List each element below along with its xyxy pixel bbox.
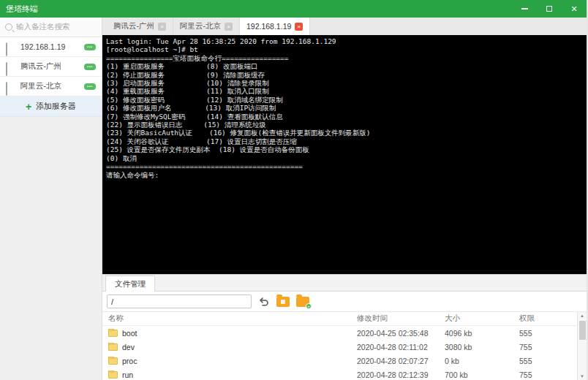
folder-icon <box>108 343 118 351</box>
folder-icon <box>108 330 118 337</box>
folder-icon <box>108 357 118 365</box>
server-more-menu-icon[interactable]: ••• <box>84 64 96 70</box>
terminal-line: [root@localhost ~]# bt <box>106 45 583 53</box>
terminal-line: (6) 修改面板用户名 (13) 取消IP访问限制 <box>106 104 583 112</box>
titlebar: 堡塔终端 ✕ <box>0 0 587 18</box>
column-header-time[interactable]: 修改时间 <box>357 314 445 324</box>
scroll-up-icon[interactable]: ▲ <box>580 313 584 319</box>
minimize-button[interactable] <box>512 0 537 18</box>
server-label: 阿里云-北京 <box>20 81 79 91</box>
path-input[interactable] <box>107 294 252 308</box>
close-icon: ✕ <box>570 4 577 14</box>
tab-aliyun-beijing[interactable]: 阿里云-北京 × <box>173 18 240 35</box>
tab-tencent-guangzhou[interactable]: 腾讯云-广州 × <box>107 18 173 35</box>
tab-close-icon[interactable]: × <box>158 23 166 31</box>
file-perm: 555 <box>519 329 577 338</box>
tab-label: 腾讯云-广州 <box>113 21 154 31</box>
monitor-icon <box>6 43 15 51</box>
server-label: 腾讯云-广州 <box>20 61 79 72</box>
terminal-line: (25) 设置是否保存文件历史副本 (18) 设置是否自动备份面板 <box>106 145 583 153</box>
search-placeholder: 输入备注名搜索 <box>16 22 70 32</box>
terminal-line: (23) 关闭BasicAuth认证 (16) 修复面板(检查错误并更新面板文件… <box>106 129 583 137</box>
close-button[interactable]: ✕ <box>562 0 587 18</box>
file-table-header: 名称 修改时间 大小 权限 <box>102 312 587 326</box>
table-row-boot[interactable]: boot 2020-04-25 02:35:48 4096 kb 555 <box>102 326 587 340</box>
undo-icon[interactable] <box>258 296 270 308</box>
plus-icon: + <box>26 102 31 112</box>
tab-label: 192.168.1.19 <box>246 22 291 31</box>
server-item-192-168-1-19[interactable]: 192.168.1.19 ••• <box>0 37 102 57</box>
server-label: 192.168.1.19 <box>20 42 79 51</box>
terminal-line: (4) 重载面板服务 (11) 取消入口限制 <box>106 87 583 95</box>
file-size: 0 kb <box>445 357 519 365</box>
file-manager-toolbar: + <box>102 292 587 311</box>
app-window: 堡塔终端 ✕ 输入备注名搜索 192.168.1.19 ••• 腾讯云-广州 •… <box>0 0 588 380</box>
new-folder-icon[interactable]: + <box>296 297 309 307</box>
maximize-icon <box>546 6 552 12</box>
open-folder-icon[interactable] <box>276 297 290 307</box>
tab-file-manager[interactable]: 文件管理 <box>105 276 155 292</box>
folder-icon <box>108 371 118 379</box>
terminal-line: ========================================… <box>106 162 583 170</box>
terminal-line: (3) 启动面板服务 (10) 清除登录限制 <box>106 79 583 87</box>
search-icon <box>5 23 12 31</box>
terminal-line: ================宝塔面板命令行================ <box>106 54 583 62</box>
maximize-button[interactable] <box>537 0 562 18</box>
server-more-menu-icon[interactable]: ••• <box>84 83 96 90</box>
session-tabstrip: 腾讯云-广州 × 阿里云-北京 × 192.168.1.19 × <box>102 18 587 35</box>
server-item-aliyun-beijing[interactable]: 阿里云-北京 ••• <box>0 77 102 96</box>
table-row-proc[interactable]: proc 2020-04-28 02:07:27 0 kb 555 <box>102 354 587 368</box>
server-item-tencent-guangzhou[interactable]: 腾讯云-广州 ••• <box>0 57 102 77</box>
terminal-line: (24) 关闭谷歌认证 (17) 设置日志切割是否压缩 <box>106 137 583 145</box>
tab-label: 阿里云-北京 <box>180 21 221 31</box>
add-server-label: 添加服务器 <box>36 101 76 112</box>
add-server-button[interactable]: + 添加服务器 <box>0 96 102 117</box>
file-name: dev <box>122 343 135 352</box>
sidebar-filler <box>0 117 102 380</box>
file-name: run <box>122 370 133 379</box>
table-row-run[interactable]: run 2020-04-28 02:12:39 700 kb 755 <box>102 368 587 380</box>
terminal-line: (0) 取消 <box>106 154 583 162</box>
window-controls: ✕ <box>512 0 587 18</box>
file-time: 2020-04-28 02:11:02 <box>357 343 445 352</box>
file-size: 700 kb <box>445 370 519 379</box>
search-bar[interactable]: 输入备注名搜索 <box>0 18 102 37</box>
terminal-line: (1) 重启面板服务 (8) 改面板端口 <box>106 62 583 70</box>
file-time: 2020-04-25 02:35:48 <box>357 329 445 338</box>
tab-192-168-1-19[interactable]: 192.168.1.19 × <box>240 18 310 35</box>
sidebar: 输入备注名搜索 192.168.1.19 ••• 腾讯云-广州 ••• 阿里云-… <box>0 18 102 380</box>
terminal-line: (7) 强制修改MySQL密码 (14) 查看面板默认信息 <box>106 113 583 121</box>
file-size: 4096 kb <box>445 329 519 338</box>
main-area: 腾讯云-广州 × 阿里云-北京 × 192.168.1.19 × Last lo… <box>102 18 587 380</box>
terminal-line: (22) 显示面板错误日志 (15) 清理系统垃圾 <box>106 121 583 129</box>
file-size: 3080 kb <box>445 343 519 352</box>
terminal-line: (2) 停止面板服务 (9) 清除面板缓存 <box>106 71 583 79</box>
file-name: proc <box>122 357 137 365</box>
terminal-line: Last login: Tue Apr 28 16:38:25 2020 fro… <box>106 37 583 45</box>
tab-close-icon[interactable]: × <box>295 23 303 31</box>
file-perm: 555 <box>519 357 577 365</box>
tab-close-icon[interactable]: × <box>225 23 233 31</box>
server-more-menu-icon[interactable]: ••• <box>84 44 96 50</box>
file-manager-panel: 文件管理 + 名称 修改时间 大小 权限 <box>102 274 587 380</box>
terminal-line: (5) 修改面板密码 (12) 取消域名绑定限制 <box>106 96 583 104</box>
table-scrollbar[interactable]: ▲ ▼ <box>577 312 587 380</box>
monitor-icon <box>6 63 15 71</box>
file-manager-tabstrip: 文件管理 <box>102 275 587 292</box>
file-perm: 755 <box>519 370 577 379</box>
monitor-icon <box>6 83 15 91</box>
column-header-size[interactable]: 大小 <box>445 314 519 324</box>
terminal-prompt-line: 请输入命令编号: <box>106 171 583 179</box>
scroll-thumb[interactable] <box>579 321 586 340</box>
terminal-output[interactable]: Last login: Tue Apr 28 16:38:25 2020 fro… <box>102 35 587 274</box>
column-header-perm[interactable]: 权限 <box>519 314 577 324</box>
window-title: 堡塔终端 <box>0 4 512 15</box>
file-name: boot <box>122 329 137 338</box>
minimize-icon <box>521 8 528 10</box>
scroll-down-icon[interactable]: ▼ <box>580 373 584 379</box>
file-time: 2020-04-28 02:07:27 <box>357 357 445 365</box>
table-row-dev[interactable]: dev 2020-04-28 02:11:02 3080 kb 755 <box>102 340 587 354</box>
file-perm: 755 <box>519 343 577 352</box>
file-time: 2020-04-28 02:12:39 <box>357 370 445 379</box>
column-header-name[interactable]: 名称 <box>102 314 357 324</box>
